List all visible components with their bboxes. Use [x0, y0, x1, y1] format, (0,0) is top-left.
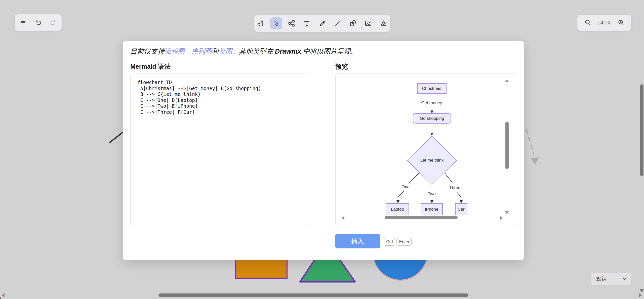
shortcut-hint: Ctrl Enter: [384, 238, 412, 246]
zoom-in-icon: [617, 19, 625, 27]
creation-toolbar: [254, 15, 390, 32]
dashed-arrow-shape[interactable]: [526, 129, 534, 155]
flowchart-link[interactable]: 流程图: [164, 48, 185, 55]
page-horizontal-scrollbar-thumb[interactable]: [158, 293, 468, 297]
chevron-down-icon: [621, 276, 627, 282]
preview-vertical-scrollbar-thumb[interactable]: [505, 122, 509, 169]
node-label-iphone: iPhone: [425, 207, 438, 212]
redo-button[interactable]: [48, 17, 59, 28]
preview-heading: 预览: [335, 62, 348, 71]
dialog-notice: 目前仅支持流程图、序列图和类图。其他类型在 Drawnix 中将以图片呈现。: [130, 46, 357, 56]
undo-button[interactable]: [33, 17, 44, 28]
shape-tool-button[interactable]: [347, 17, 359, 29]
text-tool-button[interactable]: [301, 17, 313, 29]
ctrl-key-badge: Ctrl: [384, 238, 395, 246]
preview-horizontal-scrollbar-thumb[interactable]: [385, 216, 458, 219]
page-vertical-scrollbar-thumb[interactable]: [640, 84, 643, 176]
insert-button[interactable]: 插入: [335, 234, 380, 248]
edge-label-one: One: [401, 184, 410, 189]
sequence-diagram-link[interactable]: 序列图: [191, 48, 212, 55]
selection-tool-button[interactable]: [270, 17, 282, 29]
node-label-car: Car: [458, 207, 465, 212]
brand-name: Drawnix: [275, 48, 301, 55]
app-menu-toolbar: [15, 14, 62, 31]
flowchart-preview: Get money One Two Three: [335, 73, 515, 226]
enter-key-badge: Enter: [396, 238, 412, 246]
extra-shapes-tool-button[interactable]: [378, 17, 390, 29]
arrow-tool-button[interactable]: [332, 17, 344, 29]
mermaid-code-text[interactable]: flowchart TD A[Christmas] -->|Get money|…: [131, 73, 310, 121]
zoom-out-button[interactable]: [583, 17, 593, 28]
preview-scroll-down-arrow[interactable]: [505, 211, 509, 214]
image-icon: [364, 19, 372, 27]
text-icon: [303, 19, 311, 27]
shape-library-icon: [380, 19, 388, 27]
preview-scroll-up-arrow[interactable]: [505, 80, 509, 82]
dashed-arrow-head: [531, 157, 539, 165]
mermaid-to-drawnix-dialog: 目前仅支持流程图、序列图和类图。其他类型在 Drawnix 中将以图片呈现。 M…: [123, 41, 524, 260]
page-scroll-right-arrow[interactable]: [639, 293, 642, 297]
hand-icon: [257, 19, 265, 27]
flowchart-svg: Get money One Two Three: [338, 76, 512, 221]
pen-tool-button[interactable]: [316, 17, 328, 29]
class-diagram-link[interactable]: 类图: [219, 48, 232, 55]
node-label-let-me-think: Let me think: [420, 158, 444, 163]
mermaid-syntax-heading: Mermaid 语法: [130, 62, 171, 71]
cursor-icon: [272, 19, 280, 27]
image-tool-button[interactable]: [362, 17, 374, 29]
notice-text: 目前仅支持: [130, 48, 164, 55]
page-scroll-left-arrow[interactable]: [2, 293, 5, 297]
node-label-laptop: Laptop: [391, 207, 404, 212]
canvas-corner-artifact: [0, 297, 1, 299]
mind-tool-button[interactable]: [286, 17, 298, 29]
hamburger-icon: [19, 19, 27, 27]
hand-tool-button[interactable]: [255, 17, 267, 29]
style-dropdown[interactable]: 默认: [591, 273, 631, 285]
zoom-out-icon: [584, 19, 592, 27]
shapes-icon: [349, 19, 357, 27]
preview-scroll-left-arrow[interactable]: [342, 216, 344, 220]
page-scroll-down-arrow[interactable]: [640, 289, 644, 292]
mermaid-code-editor[interactable]: flowchart TD A[Christmas] -->|Get money|…: [130, 73, 310, 226]
pencil-icon: [318, 19, 326, 27]
zoom-level-label[interactable]: 140%: [594, 19, 615, 26]
node-label-christmas: Christmas: [422, 86, 441, 91]
preview-scroll-right-arrow[interactable]: [500, 216, 503, 220]
zoom-toolbar: 140%: [577, 15, 631, 31]
drawnix-app: 140% 目前仅支持流程图、序列图和类图。其他类型在 Drawnix 中将以图片…: [0, 0, 644, 299]
undo-icon: [34, 19, 42, 27]
zoom-in-button[interactable]: [616, 17, 626, 28]
redo-icon: [49, 19, 57, 27]
mind-map-icon: [288, 19, 296, 27]
edge-label-two: Two: [428, 192, 435, 196]
edge-label-get-money: Get money: [421, 100, 442, 105]
menu-button[interactable]: [18, 17, 29, 28]
arrow-icon: [334, 19, 342, 27]
node-label-go-shopping: Go shopping: [420, 116, 444, 121]
style-dropdown-value: 默认: [596, 275, 607, 282]
edge-label-three: Three: [449, 185, 460, 190]
